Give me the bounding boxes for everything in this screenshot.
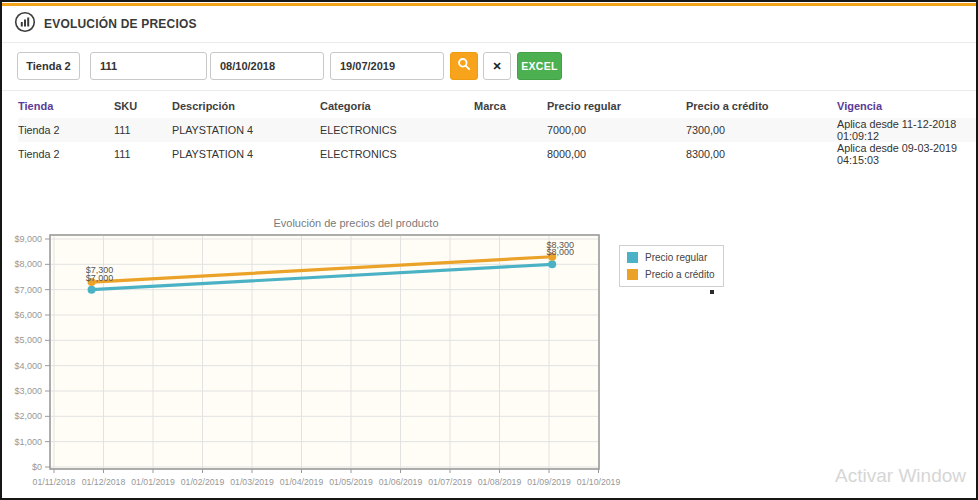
- results-table: Tienda SKU Descripción Categoría Marca P…: [2, 93, 978, 166]
- y-axis-label: $0: [32, 462, 42, 472]
- close-icon: ✕: [492, 60, 501, 73]
- bar-chart-icon: [14, 11, 36, 37]
- search-icon: [457, 57, 471, 75]
- cell-vigencia: Aplica desde 11-12-2018 01:09:12: [837, 118, 978, 142]
- x-axis-label: 01/04/2019: [280, 477, 324, 487]
- column-header-precio-credito: Precio a crédito: [686, 93, 837, 118]
- windows-activation-watermark: Activar Window: [835, 465, 966, 487]
- header-divider: [2, 42, 976, 43]
- page-title: EVOLUCIÓN DE PRECIOS: [44, 17, 197, 31]
- column-header-vigencia[interactable]: Vigencia: [837, 93, 978, 118]
- x-axis-label: 01/07/2019: [428, 477, 472, 487]
- x-axis-label: 01/08/2019: [478, 477, 522, 487]
- table-row[interactable]: Tienda 2 111 PLAYSTATION 4 ELECTRONICS 7…: [18, 118, 978, 142]
- column-header-descripcion: Descripción: [172, 93, 320, 118]
- data-point: [88, 286, 96, 294]
- y-axis-label: $4,000: [14, 361, 42, 371]
- cell-tienda: Tienda 2: [18, 142, 114, 166]
- cell-vigencia: Aplica desde 09-03-2019 04:15:03: [837, 142, 978, 166]
- filter-bar: Tienda 2 ✕ EXCEL: [17, 52, 562, 80]
- cell-precio-regular: 7000,00: [547, 118, 686, 142]
- date-to-input[interactable]: [330, 52, 444, 80]
- data-point: [548, 260, 556, 268]
- cell-categoria: ELECTRONICS: [320, 142, 474, 166]
- chart-canvas: $0$1,000$2,000$3,000$4,000$5,000$6,000$7…: [2, 217, 722, 500]
- legend-entry: Precio regular: [627, 252, 714, 263]
- filter-divider: [2, 90, 976, 91]
- cell-marca: [474, 142, 547, 166]
- date-from-input[interactable]: [210, 52, 324, 80]
- cell-marca: [474, 118, 547, 142]
- x-axis-label: 01/02/2019: [181, 477, 225, 487]
- y-axis-label: $7,000: [14, 285, 42, 295]
- cell-categoria: ELECTRONICS: [320, 118, 474, 142]
- y-axis-label: $1,000: [14, 437, 42, 447]
- clear-button[interactable]: ✕: [483, 52, 511, 80]
- column-header-tienda[interactable]: Tienda: [18, 93, 114, 118]
- x-axis-label: 01/05/2019: [329, 477, 373, 487]
- legend-swatch: [627, 252, 638, 263]
- x-axis-label: 01/01/2019: [131, 477, 175, 487]
- cell-descripcion: PLAYSTATION 4: [172, 142, 320, 166]
- y-axis-label: $9,000: [14, 234, 42, 244]
- column-header-categoria: Categoría: [320, 93, 474, 118]
- cell-sku: 111: [114, 142, 172, 166]
- legend-swatch: [627, 269, 638, 280]
- y-axis-label: $6,000: [14, 310, 42, 320]
- sku-input[interactable]: [90, 52, 207, 80]
- cell-tienda: Tienda 2: [18, 118, 114, 142]
- x-axis-label: 01/03/2019: [230, 477, 274, 487]
- legend-entry: Precio a crédito: [627, 269, 714, 280]
- excel-export-button[interactable]: EXCEL: [517, 52, 562, 80]
- column-header-marca: Marca: [474, 93, 547, 118]
- cell-precio-credito: 8300,00: [686, 142, 837, 166]
- x-axis-label: 01/10/2019: [577, 477, 621, 487]
- table-header-row: Tienda SKU Descripción Categoría Marca P…: [18, 93, 978, 118]
- point-label: $8,300: [546, 240, 574, 250]
- y-axis-label: $5,000: [14, 335, 42, 345]
- cell-precio-regular: 8000,00: [547, 142, 686, 166]
- store-select[interactable]: Tienda 2: [17, 52, 80, 80]
- legend-label: Precio regular: [645, 252, 707, 263]
- price-evolution-page: { "window": { "title": "EVOLUCIÓN DE PRE…: [0, 0, 978, 500]
- top-accent-line: [2, 3, 976, 6]
- price-evolution-chart: Evolución de precios del producto $0$1,0…: [2, 217, 722, 500]
- point-label: $7,300: [86, 265, 114, 275]
- x-axis-label: 01/11/2018: [33, 477, 76, 487]
- legend-label: Precio a crédito: [645, 269, 714, 280]
- cell-precio-credito: 7300,00: [686, 118, 837, 142]
- column-header-sku: SKU: [114, 93, 172, 118]
- table-row[interactable]: Tienda 2 111 PLAYSTATION 4 ELECTRONICS 8…: [18, 142, 978, 166]
- cell-sku: 111: [114, 118, 172, 142]
- x-axis-label: 01/06/2019: [379, 477, 423, 487]
- x-axis-label: 01/12/2018: [82, 477, 126, 487]
- page-header: EVOLUCIÓN DE PRECIOS: [14, 11, 197, 37]
- x-axis-label: 01/09/2019: [527, 477, 571, 487]
- y-axis-label: $8,000: [14, 259, 42, 269]
- stray-dot: [710, 290, 714, 294]
- y-axis-label: $3,000: [14, 386, 42, 396]
- y-axis-label: $2,000: [14, 411, 42, 421]
- cell-descripcion: PLAYSTATION 4: [172, 118, 320, 142]
- chart-legend: Precio regularPrecio a crédito: [619, 245, 724, 287]
- search-button[interactable]: [450, 52, 478, 80]
- column-header-precio-regular: Precio regular: [547, 93, 686, 118]
